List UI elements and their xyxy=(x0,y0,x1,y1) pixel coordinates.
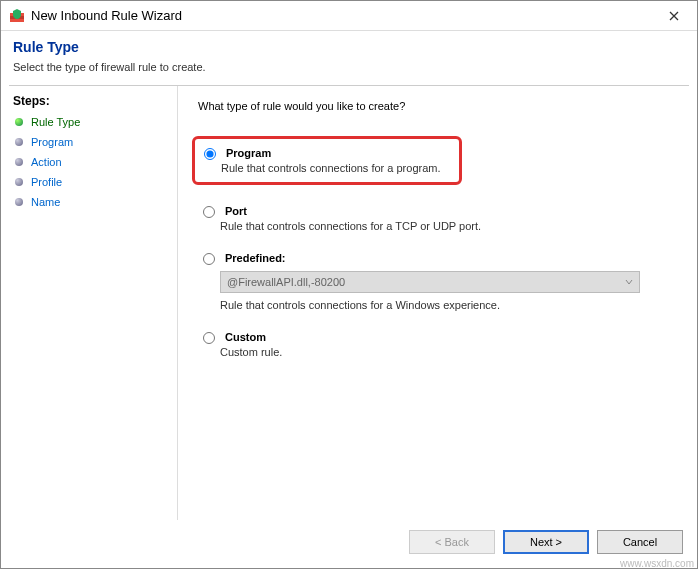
predefined-select: @FirewallAPI.dll,-80200 xyxy=(220,271,640,293)
step-name[interactable]: Name xyxy=(13,192,165,212)
predefined-select-value: @FirewallAPI.dll,-80200 xyxy=(227,276,345,288)
option-program[interactable]: Program Rule that controls connections f… xyxy=(199,145,451,174)
option-desc: Rule that controls connections for a TCP… xyxy=(220,220,677,232)
firewall-icon xyxy=(9,8,25,24)
option-desc: Rule that controls connections for a pro… xyxy=(221,162,451,174)
step-program[interactable]: Program xyxy=(13,132,165,152)
step-action[interactable]: Action xyxy=(13,152,165,172)
option-desc: Custom rule. xyxy=(220,346,677,358)
option-label: Predefined: xyxy=(225,252,286,264)
steps-heading: Steps: xyxy=(13,94,165,108)
step-bullet-icon xyxy=(15,138,23,146)
step-bullet-icon xyxy=(15,198,23,206)
cancel-button[interactable]: Cancel xyxy=(597,530,683,554)
step-bullet-icon xyxy=(15,178,23,186)
step-bullet-icon xyxy=(15,118,23,126)
option-label: Custom xyxy=(225,331,266,343)
step-label: Name xyxy=(31,196,60,208)
page-subtitle: Select the type of firewall rule to crea… xyxy=(13,61,685,73)
step-label: Rule Type xyxy=(31,116,80,128)
option-predefined[interactable]: Predefined: @FirewallAPI.dll,-80200 Rule… xyxy=(198,250,677,311)
option-label: Program xyxy=(226,147,271,159)
radio-program[interactable] xyxy=(204,148,216,160)
question-text: What type of rule would you like to crea… xyxy=(198,100,677,112)
radio-custom[interactable] xyxy=(203,332,215,344)
option-custom[interactable]: Custom Custom rule. xyxy=(198,329,677,358)
svg-rect-2 xyxy=(10,19,24,22)
option-desc: Rule that controls connections for a Win… xyxy=(220,299,677,311)
chevron-down-icon xyxy=(625,276,633,288)
step-rule-type[interactable]: Rule Type xyxy=(13,112,165,132)
step-label: Profile xyxy=(31,176,62,188)
back-button: < Back xyxy=(409,530,495,554)
watermark: www.wsxdn.com xyxy=(620,558,694,569)
step-label: Action xyxy=(31,156,62,168)
option-port[interactable]: Port Rule that controls connections for … xyxy=(198,203,677,232)
close-button[interactable] xyxy=(659,1,689,31)
step-bullet-icon xyxy=(15,158,23,166)
step-profile[interactable]: Profile xyxy=(13,172,165,192)
step-label: Program xyxy=(31,136,73,148)
window-title: New Inbound Rule Wizard xyxy=(31,8,659,23)
highlight-annotation: Program Rule that controls connections f… xyxy=(192,136,462,185)
radio-predefined[interactable] xyxy=(203,253,215,265)
option-label: Port xyxy=(225,205,247,217)
next-button[interactable]: Next > xyxy=(503,530,589,554)
radio-port[interactable] xyxy=(203,206,215,218)
page-title: Rule Type xyxy=(13,39,685,55)
